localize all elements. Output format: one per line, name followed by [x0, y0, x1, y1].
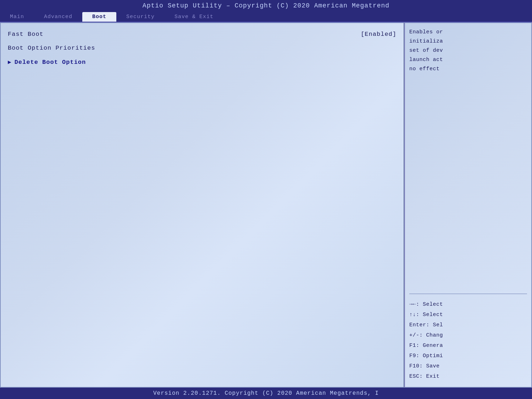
shortcut-lr: →←: Select	[409, 300, 527, 309]
bios-screen: Aptio Setup Utility – Copyright (C) 2020…	[0, 0, 532, 399]
boot-option-priorities-label: Boot Option Priorities	[8, 45, 397, 51]
shortcut-f10: F10: Save	[409, 361, 527, 371]
shortcut-esc: ESC: Exit	[409, 372, 527, 381]
shortcut-ud: ↑↓: Select	[409, 310, 527, 320]
menu-item-delete-boot-option[interactable]: ▶ Delete Boot Option	[1, 55, 404, 69]
bottom-bar-text: Version 2.20.1271. Copyright (C) 2020 Am…	[153, 390, 379, 397]
help-line-1: Enables or	[409, 28, 527, 37]
menu-item-fast-boot[interactable]: Fast Boot [Enabled]	[1, 27, 404, 41]
help-line-4: launch act	[409, 56, 527, 64]
tab-advanced[interactable]: Advanced	[34, 12, 82, 22]
help-line-5: no effect	[409, 65, 527, 73]
title-bar: Aptio Setup Utility – Copyright (C) 2020…	[0, 0, 532, 11]
tab-save-exit[interactable]: Save & Exit	[165, 12, 223, 22]
nav-tabs: Main Advanced Boot Security Save & Exit	[0, 11, 532, 22]
menu-item-boot-option-priorities[interactable]: Boot Option Priorities	[1, 41, 404, 55]
help-line-3: set of dev	[409, 46, 527, 55]
submenu-arrow-icon: ▶	[8, 59, 12, 66]
shortcut-enter: Enter: Sel	[409, 320, 527, 330]
help-text: Enables or initializa set of dev launch …	[409, 28, 527, 288]
delete-boot-option-label: Delete Boot Option	[15, 59, 397, 66]
tab-security[interactable]: Security	[116, 12, 165, 22]
main-content: Fast Boot [Enabled] Boot Option Prioriti…	[0, 22, 532, 388]
shortcut-f1: F1: Genera	[409, 341, 527, 350]
tab-main[interactable]: Main	[0, 12, 34, 22]
title-text: Aptio Setup Utility – Copyright (C) 2020…	[143, 2, 389, 9]
fast-boot-label: Fast Boot	[8, 31, 354, 38]
tab-boot[interactable]: Boot	[82, 12, 116, 22]
bottom-bar: Version 2.20.1271. Copyright (C) 2020 Am…	[0, 388, 532, 399]
left-panel: Fast Boot [Enabled] Boot Option Prioriti…	[0, 22, 404, 388]
divider	[409, 294, 527, 294]
shortcut-f9: F9: Optimi	[409, 351, 527, 361]
help-line-2: initializa	[409, 37, 527, 46]
right-panel: Enables or initializa set of dev launch …	[404, 22, 532, 388]
fast-boot-value: [Enabled]	[361, 31, 397, 38]
key-shortcuts: →←: Select ↑↓: Select Enter: Sel +/-: Ch…	[409, 300, 527, 382]
shortcut-plusminus: +/-: Chang	[409, 331, 527, 340]
